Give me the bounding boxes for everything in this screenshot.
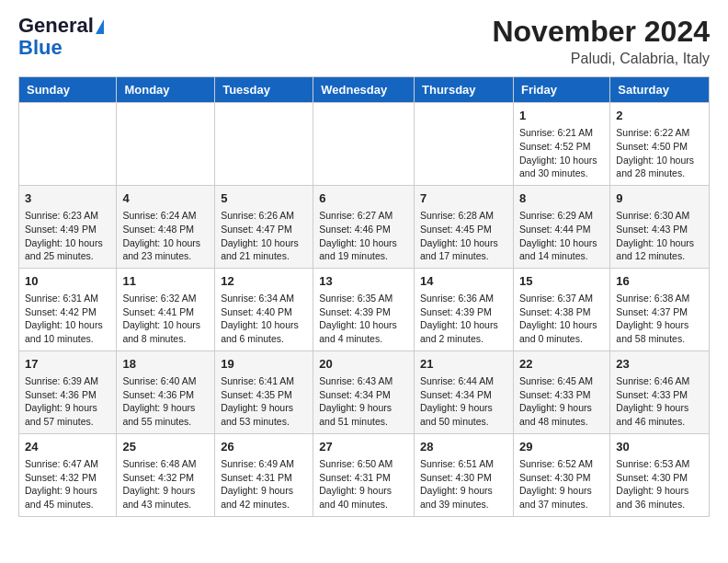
logo-blue: Blue xyxy=(18,37,63,59)
day-number: 9 xyxy=(616,190,703,207)
day-number: 21 xyxy=(420,356,507,373)
day-info: Sunrise: 6:41 AM Sunset: 4:35 PM Dayligh… xyxy=(221,374,307,429)
day-info: Sunrise: 6:51 AM Sunset: 4:30 PM Dayligh… xyxy=(420,457,507,511)
day-number: 12 xyxy=(221,273,307,290)
day-number: 30 xyxy=(616,439,703,455)
calendar-cell: 11Sunrise: 6:32 AM Sunset: 4:41 PM Dayli… xyxy=(117,268,215,350)
day-number: 6 xyxy=(319,190,408,207)
logo-general: General xyxy=(18,14,94,37)
day-number: 24 xyxy=(25,439,110,455)
month-title: November 2024 xyxy=(492,15,710,49)
day-number: 14 xyxy=(420,273,507,290)
day-info: Sunrise: 6:39 AM Sunset: 4:36 PM Dayligh… xyxy=(25,374,110,429)
page: General Blue November 2024 Paludi, Calab… xyxy=(0,0,728,532)
header: General Blue November 2024 Paludi, Calab… xyxy=(18,15,710,67)
day-info: Sunrise: 6:29 AM Sunset: 4:44 PM Dayligh… xyxy=(519,209,604,263)
calendar-cell: 19Sunrise: 6:41 AM Sunset: 4:35 PM Dayli… xyxy=(215,350,313,433)
day-info: Sunrise: 6:23 AM Sunset: 4:49 PM Dayligh… xyxy=(25,209,110,263)
day-info: Sunrise: 6:24 AM Sunset: 4:48 PM Dayligh… xyxy=(122,209,209,263)
day-number: 4 xyxy=(122,190,209,207)
day-number: 7 xyxy=(420,190,507,207)
day-info: Sunrise: 6:26 AM Sunset: 4:47 PM Dayligh… xyxy=(221,209,307,263)
calendar-cell: 9Sunrise: 6:30 AM Sunset: 4:43 PM Daylig… xyxy=(610,185,710,268)
calendar-cell xyxy=(19,103,117,186)
day-number: 10 xyxy=(25,273,110,290)
day-info: Sunrise: 6:45 AM Sunset: 4:33 PM Dayligh… xyxy=(519,374,604,429)
day-info: Sunrise: 6:36 AM Sunset: 4:39 PM Dayligh… xyxy=(420,292,507,346)
day-number: 11 xyxy=(122,273,209,290)
calendar-cell: 23Sunrise: 6:46 AM Sunset: 4:33 PM Dayli… xyxy=(610,350,710,433)
calendar-cell: 29Sunrise: 6:52 AM Sunset: 4:30 PM Dayli… xyxy=(513,433,609,516)
day-info: Sunrise: 6:27 AM Sunset: 4:46 PM Dayligh… xyxy=(319,209,408,263)
day-info: Sunrise: 6:35 AM Sunset: 4:39 PM Dayligh… xyxy=(319,292,408,346)
calendar-cell: 28Sunrise: 6:51 AM Sunset: 4:30 PM Dayli… xyxy=(415,433,514,516)
day-info: Sunrise: 6:46 AM Sunset: 4:33 PM Dayligh… xyxy=(616,374,703,429)
day-info: Sunrise: 6:34 AM Sunset: 4:40 PM Dayligh… xyxy=(221,292,307,346)
calendar-cell: 20Sunrise: 6:43 AM Sunset: 4:34 PM Dayli… xyxy=(313,350,415,433)
day-header-wednesday: Wednesday xyxy=(313,77,415,103)
week-row-1: 1Sunrise: 6:21 AM Sunset: 4:52 PM Daylig… xyxy=(19,103,710,186)
calendar-cell: 2Sunrise: 6:22 AM Sunset: 4:50 PM Daylig… xyxy=(610,103,710,186)
day-header-friday: Friday xyxy=(513,77,609,103)
calendar-cell: 12Sunrise: 6:34 AM Sunset: 4:40 PM Dayli… xyxy=(215,268,313,350)
calendar-cell: 4Sunrise: 6:24 AM Sunset: 4:48 PM Daylig… xyxy=(117,185,215,268)
day-number: 2 xyxy=(616,108,703,124)
day-info: Sunrise: 6:49 AM Sunset: 4:31 PM Dayligh… xyxy=(221,457,307,511)
calendar-cell xyxy=(313,103,415,186)
day-info: Sunrise: 6:21 AM Sunset: 4:52 PM Dayligh… xyxy=(519,126,604,180)
location-subtitle: Paludi, Calabria, Italy xyxy=(492,51,710,67)
day-number: 16 xyxy=(616,273,703,290)
day-info: Sunrise: 6:28 AM Sunset: 4:45 PM Dayligh… xyxy=(420,209,507,263)
day-number: 26 xyxy=(221,439,307,455)
day-number: 15 xyxy=(519,273,604,290)
calendar-cell: 21Sunrise: 6:44 AM Sunset: 4:34 PM Dayli… xyxy=(415,350,514,433)
calendar-cell: 18Sunrise: 6:40 AM Sunset: 4:36 PM Dayli… xyxy=(117,350,215,433)
calendar-cell: 30Sunrise: 6:53 AM Sunset: 4:30 PM Dayli… xyxy=(610,433,710,516)
calendar-cell: 17Sunrise: 6:39 AM Sunset: 4:36 PM Dayli… xyxy=(19,350,117,433)
day-number: 23 xyxy=(616,356,703,373)
day-info: Sunrise: 6:30 AM Sunset: 4:43 PM Dayligh… xyxy=(616,209,703,263)
calendar-cell: 14Sunrise: 6:36 AM Sunset: 4:39 PM Dayli… xyxy=(415,268,514,350)
day-header-thursday: Thursday xyxy=(415,77,514,103)
calendar-cell: 24Sunrise: 6:47 AM Sunset: 4:32 PM Dayli… xyxy=(19,433,117,516)
day-number: 27 xyxy=(319,439,408,455)
calendar-cell xyxy=(117,103,215,186)
day-info: Sunrise: 6:38 AM Sunset: 4:37 PM Dayligh… xyxy=(616,292,703,346)
calendar: SundayMondayTuesdayWednesdayThursdayFrid… xyxy=(18,76,710,517)
day-header-monday: Monday xyxy=(117,77,215,103)
day-info: Sunrise: 6:22 AM Sunset: 4:50 PM Dayligh… xyxy=(616,126,703,180)
day-info: Sunrise: 6:37 AM Sunset: 4:38 PM Dayligh… xyxy=(519,292,604,346)
day-info: Sunrise: 6:44 AM Sunset: 4:34 PM Dayligh… xyxy=(420,374,507,429)
calendar-cell: 3Sunrise: 6:23 AM Sunset: 4:49 PM Daylig… xyxy=(19,185,117,268)
day-number: 1 xyxy=(519,108,604,124)
calendar-cell: 10Sunrise: 6:31 AM Sunset: 4:42 PM Dayli… xyxy=(19,268,117,350)
day-number: 29 xyxy=(519,439,604,455)
day-info: Sunrise: 6:53 AM Sunset: 4:30 PM Dayligh… xyxy=(616,457,703,511)
calendar-cell: 26Sunrise: 6:49 AM Sunset: 4:31 PM Dayli… xyxy=(215,433,313,516)
day-info: Sunrise: 6:52 AM Sunset: 4:30 PM Dayligh… xyxy=(519,457,604,511)
calendar-cell: 16Sunrise: 6:38 AM Sunset: 4:37 PM Dayli… xyxy=(610,268,710,350)
calendar-cell: 7Sunrise: 6:28 AM Sunset: 4:45 PM Daylig… xyxy=(415,185,514,268)
day-info: Sunrise: 6:32 AM Sunset: 4:41 PM Dayligh… xyxy=(122,292,209,346)
calendar-cell: 27Sunrise: 6:50 AM Sunset: 4:31 PM Dayli… xyxy=(313,433,415,516)
title-block: November 2024 Paludi, Calabria, Italy xyxy=(492,15,710,67)
calendar-header-row: SundayMondayTuesdayWednesdayThursdayFrid… xyxy=(19,77,710,103)
calendar-cell: 22Sunrise: 6:45 AM Sunset: 4:33 PM Dayli… xyxy=(513,350,609,433)
day-number: 17 xyxy=(25,356,110,373)
week-row-2: 3Sunrise: 6:23 AM Sunset: 4:49 PM Daylig… xyxy=(19,185,710,268)
day-info: Sunrise: 6:48 AM Sunset: 4:32 PM Dayligh… xyxy=(122,457,209,511)
calendar-cell xyxy=(415,103,514,186)
logo-text: General xyxy=(18,15,104,37)
calendar-cell: 25Sunrise: 6:48 AM Sunset: 4:32 PM Dayli… xyxy=(117,433,215,516)
day-number: 25 xyxy=(122,439,209,455)
calendar-cell: 15Sunrise: 6:37 AM Sunset: 4:38 PM Dayli… xyxy=(513,268,609,350)
calendar-cell xyxy=(215,103,313,186)
day-number: 18 xyxy=(122,356,209,373)
day-info: Sunrise: 6:31 AM Sunset: 4:42 PM Dayligh… xyxy=(25,292,110,346)
week-row-5: 24Sunrise: 6:47 AM Sunset: 4:32 PM Dayli… xyxy=(19,433,710,516)
calendar-cell: 5Sunrise: 6:26 AM Sunset: 4:47 PM Daylig… xyxy=(215,185,313,268)
day-number: 19 xyxy=(221,356,307,373)
day-number: 22 xyxy=(519,356,604,373)
day-info: Sunrise: 6:47 AM Sunset: 4:32 PM Dayligh… xyxy=(25,457,110,511)
day-info: Sunrise: 6:40 AM Sunset: 4:36 PM Dayligh… xyxy=(122,374,209,429)
